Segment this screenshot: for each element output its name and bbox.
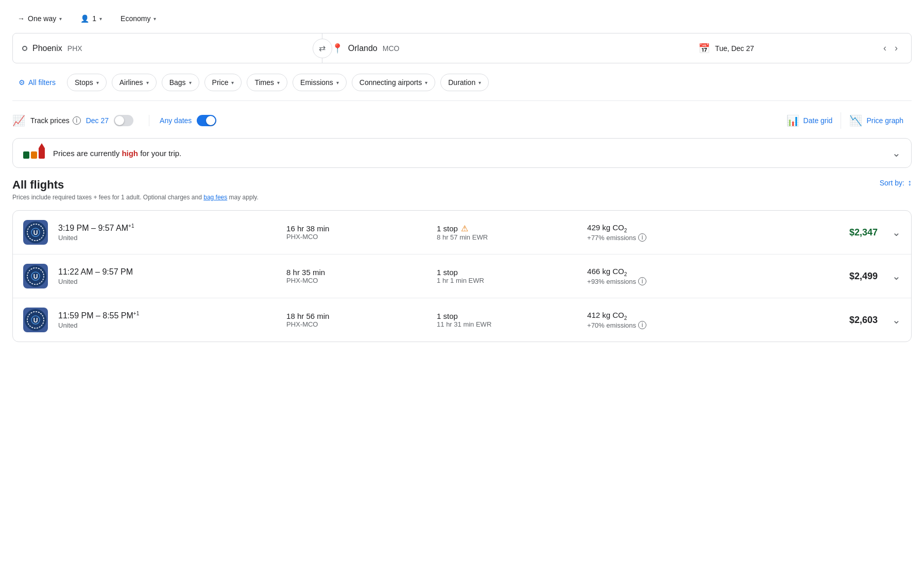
flight-expand-button[interactable]: ⌄ — [892, 270, 901, 282]
top-bar: → One way ▾ 👤 1 ▾ Economy ▾ — [12, 6, 912, 33]
section-title: All flights — [12, 178, 259, 192]
price-graph-button[interactable]: 📉 Price graph — [841, 110, 912, 131]
passengers-button[interactable]: 👤 1 ▾ — [75, 11, 107, 26]
price-text-prefix: Prices are currently — [53, 149, 122, 158]
stops-value: 1 stop ⚠ — [437, 224, 577, 233]
track-prices-toggle[interactable] — [114, 115, 133, 126]
class-button[interactable]: Economy ▾ — [115, 11, 161, 26]
sort-icon[interactable]: ↕ — [908, 178, 912, 188]
stops-filter-button[interactable]: Stops ▾ — [67, 74, 107, 91]
connecting-airports-filter-button[interactable]: Connecting airports ▾ — [352, 74, 435, 91]
flight-row[interactable]: U 3:19 PM – 9:57 AM+1 United 16 hr 38 mi… — [13, 211, 911, 254]
united-airlines-logo-svg: U — [25, 265, 46, 287]
trip-type-button[interactable]: → One way ▾ — [12, 11, 67, 26]
banner-expand-button[interactable]: ⌄ — [892, 147, 901, 159]
section-subtitle: Prices include required taxes + fees for… — [12, 194, 259, 201]
info-icon[interactable]: i — [638, 233, 646, 242]
destination-segment[interactable]: 📍 Orlando MCO — [322, 33, 690, 63]
flight-price: $2,347 — [768, 227, 878, 238]
stops-detail: 1 hr 1 min EWR — [437, 277, 577, 284]
flight-airline: United — [58, 278, 276, 285]
track-prices-icon: 📈 — [12, 114, 25, 127]
track-prices-section: 📈 Track prices i Dec 27 Any dates — [12, 114, 778, 127]
chevron-down-icon: ▾ — [189, 80, 192, 86]
date-forward-button[interactable]: › — [891, 41, 902, 56]
all-flights-section: All flights Prices include required taxe… — [12, 178, 912, 342]
info-icon[interactable]: i — [638, 321, 646, 329]
airline-logo: U — [23, 264, 48, 288]
flight-expand-button[interactable]: ⌄ — [892, 314, 901, 326]
flight-row[interactable]: U 11:22 AM – 9:57 PM United 8 hr 35 min … — [13, 254, 911, 298]
date-segment[interactable]: 📅 Tue, Dec 27 ‹ › — [689, 33, 911, 63]
emissions-filter-label: Emissions — [300, 78, 333, 87]
stops-value: 1 stop — [437, 312, 577, 320]
bags-filter-button[interactable]: Bags ▾ — [162, 74, 199, 91]
track-prices-label: Track prices i — [30, 116, 81, 125]
price-banner[interactable]: Prices are currently high for your trip.… — [12, 138, 912, 168]
chevron-down-icon: ▾ — [99, 16, 102, 22]
connecting-airports-filter-label: Connecting airports — [360, 78, 422, 87]
chevron-down-icon: ▾ — [277, 80, 280, 86]
pin-icon: 📍 — [332, 43, 343, 54]
all-filters-button[interactable]: ⚙ All filters — [12, 74, 62, 91]
sliders-icon: ⚙ — [19, 78, 25, 87]
united-airlines-logo-svg: U — [25, 222, 46, 243]
flight-expand-button[interactable]: ⌄ — [892, 226, 901, 239]
flight-time-range: 11:22 AM – 9:57 PM — [58, 267, 276, 277]
swap-button[interactable]: ⇄ — [313, 39, 332, 58]
co2-percent: +77% emissions i — [587, 233, 758, 242]
price-value: $2,499 — [849, 271, 878, 281]
stops-detail: 8 hr 57 min EWR — [437, 233, 577, 241]
chevron-down-icon: ▾ — [59, 16, 62, 22]
chevron-down-icon: ▾ — [425, 80, 427, 86]
all-filters-label: All filters — [28, 78, 56, 87]
duration-filter-button[interactable]: Duration ▾ — [440, 74, 489, 91]
date-back-button[interactable]: ‹ — [879, 41, 891, 56]
origin-segment[interactable]: Phoenix PHX ⇄ — [13, 33, 322, 63]
duration-value: 8 hr 35 min — [286, 268, 426, 277]
duration-route: PHX-MCO — [286, 320, 426, 328]
trip-type-label: One way — [28, 14, 56, 23]
date-value: Tue, Dec 27 — [715, 44, 754, 53]
right-tools: 📊 Date grid 📉 Price graph — [778, 110, 912, 131]
info-icon[interactable]: i — [638, 277, 646, 285]
info-icon[interactable]: i — [73, 116, 81, 125]
any-dates-label: Any dates — [160, 116, 192, 125]
price-filter-button[interactable]: Price ▾ — [204, 74, 242, 91]
price-high-text: high — [122, 149, 138, 158]
airlines-filter-button[interactable]: Airlines ▾ — [112, 74, 157, 91]
search-bar: Phoenix PHX ⇄ 📍 Orlando MCO 📅 Tue, Dec 2… — [12, 33, 912, 63]
any-dates-toggle[interactable] — [197, 115, 216, 126]
destination-code: MCO — [383, 44, 400, 53]
tools-row: 📈 Track prices i Dec 27 Any dates 📊 Date… — [12, 103, 912, 138]
duration-route: PHX-MCO — [286, 233, 426, 241]
passengers-count: 1 — [92, 14, 96, 23]
bag-fees-link[interactable]: bag fees — [203, 194, 227, 201]
chevron-down-icon: ▾ — [153, 16, 156, 22]
any-dates-section: Any dates — [149, 115, 216, 126]
flight-stops: 1 stop ⚠ 8 hr 57 min EWR — [437, 224, 577, 241]
date-grid-button[interactable]: 📊 Date grid — [778, 110, 841, 131]
flight-co2: 466 kg CO2 +93% emissions i — [587, 267, 758, 285]
track-prices-text: Track prices — [30, 116, 70, 125]
flight-row[interactable]: U 11:59 PM – 8:55 PM+1 United 18 hr 56 m… — [13, 298, 911, 342]
flight-airline: United — [58, 321, 276, 329]
warning-icon: ⚠ — [461, 224, 468, 233]
svg-text:U: U — [33, 317, 38, 324]
bags-filter-label: Bags — [169, 78, 186, 87]
origin-circle-icon — [22, 46, 27, 51]
airline-logo: U — [23, 308, 48, 332]
price-value: $2,347 — [849, 227, 878, 237]
person-icon: 👤 — [80, 14, 89, 23]
chevron-down-icon: ▾ — [478, 80, 481, 86]
flight-co2: 412 kg CO2 +70% emissions i — [587, 311, 758, 329]
filters-bar: ⚙ All filters Stops ▾ Airlines ▾ Bags ▾ … — [12, 71, 912, 98]
sort-by-label: Sort by: — [880, 179, 904, 187]
duration-filter-label: Duration — [448, 78, 475, 87]
duration-value: 16 hr 38 min — [286, 224, 426, 233]
flight-price: $2,603 — [768, 315, 878, 326]
emissions-filter-button[interactable]: Emissions ▾ — [293, 74, 347, 91]
times-filter-label: Times — [254, 78, 274, 87]
divider — [12, 100, 912, 101]
times-filter-button[interactable]: Times ▾ — [247, 74, 287, 91]
